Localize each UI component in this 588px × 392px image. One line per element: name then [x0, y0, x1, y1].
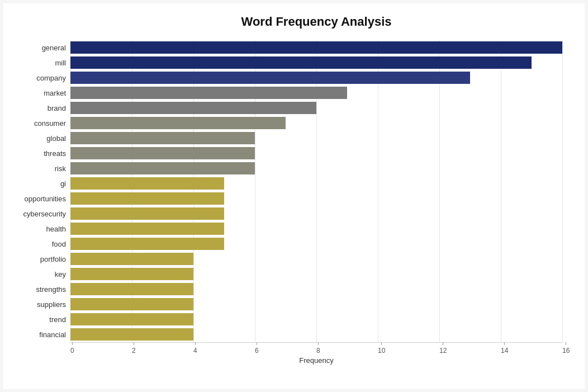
chart-title: Word Frequency Analysis: [70, 15, 562, 29]
x-axis-label: Frequency: [70, 356, 562, 365]
x-tick-label: 0: [70, 347, 74, 355]
bar-row: strengths: [70, 282, 562, 297]
bar-row: cybersecurity: [70, 206, 562, 221]
bar-row: general: [70, 40, 562, 55]
bar-label: trend: [9, 315, 70, 324]
bar-label: suppliers: [9, 300, 70, 309]
bar-label: market: [9, 89, 70, 97]
bar-label: portfolio: [9, 255, 70, 263]
x-tick-label: 10: [378, 347, 385, 355]
bar-row: key: [70, 267, 562, 282]
bar-label: company: [9, 74, 70, 82]
bar-row: market: [70, 86, 562, 101]
bar: [70, 298, 193, 310]
bar-row: portfolio: [70, 252, 562, 267]
x-tick-label: 16: [562, 347, 570, 355]
x-tick-label: 4: [193, 347, 197, 355]
bar-label: risk: [9, 164, 70, 173]
bar-row: consumer: [70, 116, 562, 131]
bar-row: food: [70, 237, 562, 252]
bar: [70, 283, 193, 295]
bar: [70, 253, 193, 265]
bar-row: risk: [70, 161, 562, 176]
x-tick-label: 12: [439, 347, 447, 355]
bar: [70, 223, 224, 235]
bar-row: opportunities: [70, 191, 562, 206]
bar: [70, 268, 193, 280]
x-tick-label: 14: [501, 347, 508, 355]
bar: [70, 102, 316, 114]
bar-row: brand: [70, 101, 562, 116]
bar-label: food: [9, 240, 70, 248]
bar: [70, 207, 224, 220]
bar-row: company: [70, 70, 562, 86]
x-tick: 14: [501, 342, 508, 355]
bar-label: cybersecurity: [9, 210, 70, 218]
grid-line: [562, 40, 563, 342]
bar-row: mill: [70, 55, 562, 70]
x-tick: 0: [70, 342, 74, 355]
bar: [70, 147, 255, 159]
bar: [70, 328, 193, 341]
bar: [70, 162, 255, 174]
x-tick: 8: [316, 342, 320, 355]
x-tick: 4: [193, 342, 197, 355]
bar-label: gi: [9, 180, 70, 188]
bar-row: global: [70, 131, 562, 146]
x-tick: 10: [378, 342, 385, 355]
chart-area: generalmillcompanymarketbrandconsumerglo…: [70, 40, 562, 365]
bar-row: trend: [70, 312, 562, 327]
bar: [70, 177, 224, 190]
bar-row: threats: [70, 146, 562, 161]
bar-label: health: [9, 225, 70, 233]
bar-label: financial: [9, 330, 70, 339]
bar-label: consumer: [9, 119, 70, 127]
bar: [70, 192, 224, 205]
x-tick-label: 8: [316, 347, 320, 355]
bar: [70, 313, 193, 325]
bar: [70, 87, 347, 99]
bar-label: global: [9, 134, 70, 143]
bar-row: suppliers: [70, 297, 562, 312]
x-tick-label: 6: [255, 347, 259, 355]
bar: [70, 238, 224, 250]
bar-label: general: [9, 44, 70, 52]
x-tick-label: 2: [132, 347, 136, 355]
bar: [70, 56, 532, 69]
bar: [70, 72, 470, 84]
bar: [70, 132, 255, 144]
bar-label: mill: [9, 59, 70, 67]
x-tick: 6: [255, 342, 259, 355]
bar-label: opportunities: [9, 195, 70, 203]
bar-label: brand: [9, 104, 70, 112]
x-tick: 2: [132, 342, 136, 355]
bar-row: gi: [70, 176, 562, 191]
bar-label: key: [9, 270, 70, 278]
bar-row: financial: [70, 327, 562, 342]
bar-label: threats: [9, 149, 70, 158]
chart-container: Word Frequency Analysis generalmillcompa…: [3, 3, 585, 389]
bar: [70, 117, 286, 129]
x-tick: 16: [562, 342, 570, 355]
bar: [70, 41, 562, 54]
x-tick: 12: [439, 342, 447, 355]
bar-label: strengths: [9, 285, 70, 294]
bar-row: health: [70, 221, 562, 237]
